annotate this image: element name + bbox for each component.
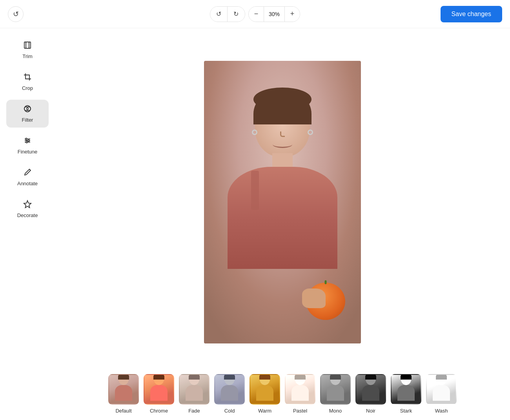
history-icon: ↺ xyxy=(13,10,19,18)
filter-item-chrome[interactable]: Chrome xyxy=(141,374,177,414)
history-button[interactable]: ↺ xyxy=(8,6,24,22)
crop-label: Crop xyxy=(22,85,33,91)
filter-item-stark[interactable]: Stark xyxy=(388,374,424,414)
undo-icon: ↺ xyxy=(216,10,221,18)
crop-icon xyxy=(23,73,32,83)
filter-icon xyxy=(23,104,32,115)
filter-label: Filter xyxy=(22,117,33,123)
tiny-face-chrome xyxy=(150,374,168,402)
filter-thumb-fade xyxy=(179,374,209,405)
filter-item-cold[interactable]: Cold xyxy=(212,374,247,414)
zoom-value: 30% xyxy=(264,7,285,22)
decorate-label: Decorate xyxy=(17,212,38,218)
svg-rect-0 xyxy=(24,42,31,48)
save-button[interactable]: Save changes xyxy=(441,6,502,22)
zoom-plus-button[interactable]: + xyxy=(285,7,300,22)
canvas-area: Default Chrome xyxy=(55,28,510,420)
sidebar-item-filter[interactable]: Filter xyxy=(6,100,49,128)
plus-icon: + xyxy=(290,10,295,18)
zoom-minus-button[interactable]: − xyxy=(249,7,264,22)
undo-button[interactable]: ↺ xyxy=(210,7,228,22)
filter-label-default: Default xyxy=(115,408,131,414)
filter-label-cold: Cold xyxy=(224,408,235,414)
shoulders xyxy=(228,167,337,269)
sidebar-item-finetune[interactable]: Finetune xyxy=(6,131,49,159)
svg-point-9 xyxy=(26,138,27,140)
svg-point-3 xyxy=(24,106,31,112)
filter-strip: Default Chrome xyxy=(55,368,510,420)
filter-thumb-mono xyxy=(320,374,351,405)
toolbar: ↺ ↺ ↻ − 30% + Save changes xyxy=(0,0,510,28)
zoom-group: − 30% + xyxy=(248,6,300,22)
filter-thumb-stark xyxy=(391,374,421,405)
annotate-icon xyxy=(23,168,32,178)
photo-canvas xyxy=(204,61,361,343)
toolbar-left: ↺ xyxy=(8,6,24,22)
annotate-label: Annotate xyxy=(17,181,38,186)
filter-label-stark: Stark xyxy=(400,408,412,414)
sidebar-item-trim[interactable]: Trim xyxy=(6,36,49,64)
filter-thumb-cold xyxy=(214,374,245,405)
tiny-face-warm xyxy=(256,374,273,402)
filter-item-noir[interactable]: Noir xyxy=(353,374,388,414)
filter-label-pastel: Pastel xyxy=(293,408,307,414)
svg-marker-12 xyxy=(24,201,31,208)
filter-thumb-wash xyxy=(426,374,457,405)
sidebar-item-decorate[interactable]: Decorate xyxy=(6,195,49,223)
filter-item-warm[interactable]: Warm xyxy=(247,374,282,414)
filter-thumb-pastel xyxy=(285,374,315,405)
arm xyxy=(302,269,345,320)
filter-thumb-warm xyxy=(250,374,280,405)
tiny-face-default xyxy=(115,374,132,402)
svg-point-11 xyxy=(26,141,27,143)
filter-item-mono[interactable]: Mono xyxy=(318,374,353,414)
sidebar-item-annotate[interactable]: Annotate xyxy=(6,163,49,191)
filter-label-mono: Mono xyxy=(329,408,342,414)
tiny-face-stark xyxy=(397,374,415,402)
tiny-face-pastel xyxy=(291,374,309,402)
tiny-face-mono xyxy=(327,374,344,402)
filter-item-wash[interactable]: Wash xyxy=(424,374,459,414)
filter-label-fade: Fade xyxy=(188,408,200,414)
trim-label: Trim xyxy=(22,53,33,59)
finetune-icon xyxy=(23,136,32,146)
tiny-face-noir xyxy=(362,374,379,402)
filter-thumb-chrome xyxy=(144,374,174,405)
sidebar-item-crop[interactable]: Crop xyxy=(6,68,49,96)
undo-redo-group: ↺ ↻ xyxy=(210,6,245,22)
main-layout: Trim Crop Filter xyxy=(0,28,510,420)
filter-item-fade[interactable]: Fade xyxy=(177,374,212,414)
svg-point-10 xyxy=(28,140,29,141)
toolbar-center: ↺ ↻ − 30% + xyxy=(210,6,300,22)
filter-label-warm: Warm xyxy=(258,408,271,414)
decorate-icon xyxy=(23,200,32,210)
sidebar: Trim Crop Filter xyxy=(0,28,55,420)
filter-thumb-noir xyxy=(355,374,386,405)
tiny-face-wash xyxy=(433,374,450,402)
finetune-label: Finetune xyxy=(18,149,38,155)
redo-icon: ↻ xyxy=(233,10,239,18)
filter-item-default[interactable]: Default xyxy=(106,374,141,414)
redo-button[interactable]: ↻ xyxy=(228,7,245,22)
filter-label-chrome: Chrome xyxy=(150,408,168,414)
filter-label-wash: Wash xyxy=(435,408,448,414)
minus-icon: − xyxy=(254,10,259,18)
image-container xyxy=(55,36,510,368)
filter-thumb-default xyxy=(108,374,139,405)
trim-icon xyxy=(23,41,32,51)
svg-point-5 xyxy=(27,107,31,111)
filter-item-pastel[interactable]: Pastel xyxy=(282,374,318,414)
tiny-face-cold xyxy=(221,374,238,402)
tiny-face-fade xyxy=(186,374,203,402)
filter-label-noir: Noir xyxy=(366,408,375,414)
